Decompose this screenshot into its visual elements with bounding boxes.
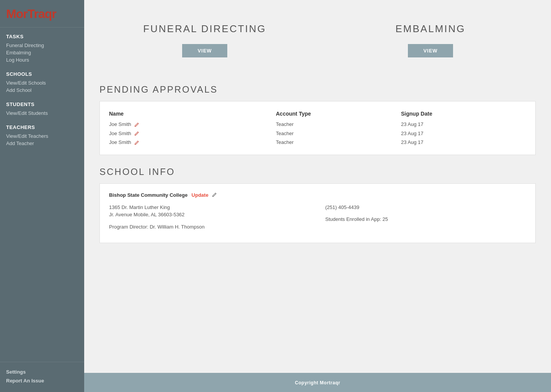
- sidebar-item-funeral-directing[interactable]: Funeral Directing: [6, 42, 78, 49]
- embalming-title: EMBALMING: [395, 23, 465, 35]
- pending-approvals-table-container: Name Account Type Signup Date Joe Smith …: [99, 101, 536, 155]
- approval-name-0: Joe Smith: [109, 120, 276, 129]
- embalming-view-button[interactable]: VIEW: [408, 44, 453, 57]
- sidebar-item-add-teacher[interactable]: Add Teacher: [6, 140, 78, 147]
- funeral-directing-title: FUNERAL DIRECTING: [143, 23, 266, 35]
- pending-approvals-title: PENDING APPROVALS: [99, 84, 536, 95]
- table-header-row: Name Account Type Signup Date: [109, 109, 526, 120]
- approval-type-0: Teacher: [276, 120, 401, 129]
- sidebar: MorTraqr TASKS Funeral Directing Embalmi…: [0, 0, 84, 392]
- tasks-section: TASKS Funeral Directing Embalming Log Ho…: [0, 28, 84, 65]
- schools-section: SCHOOLS View/Edit Schools Add School: [0, 65, 84, 95]
- logo-area: MorTraqr: [0, 0, 84, 28]
- sidebar-item-embalming[interactable]: Embalming: [6, 49, 78, 56]
- school-address: 1365 Dr. Martin Luther King Jr. Avenue M…: [109, 204, 310, 219]
- copyright-text: Copyright Mortraqr: [295, 380, 340, 385]
- approval-date-2: 23 Aug 17: [401, 138, 526, 147]
- approval-type-1: Teacher: [276, 129, 401, 138]
- sidebar-item-log-hours[interactable]: Log Hours: [6, 56, 78, 64]
- update-link[interactable]: Update: [192, 192, 209, 198]
- embalming-card: EMBALMING VIEW: [325, 11, 536, 69]
- footer: Copyright Mortraqr: [84, 373, 551, 392]
- table-row: Joe Smith Teacher 23 Aug 17: [109, 129, 526, 138]
- school-students-enrolled: Students Enrolled in App: 25: [325, 216, 526, 223]
- main-content-area: FUNERAL DIRECTING VIEW EMBALMING VIEW PE…: [84, 0, 551, 392]
- app-logo: MorTraqr: [6, 7, 78, 21]
- edit-pencil-icon[interactable]: [134, 122, 139, 127]
- school-info-box: Bishop State Community College Update 13…: [99, 183, 536, 243]
- col-header-signup-date: Signup Date: [401, 109, 526, 120]
- sidebar-item-view-edit-students[interactable]: View/Edit Students: [6, 109, 78, 117]
- school-name-row: Bishop State Community College Update: [109, 191, 526, 198]
- col-header-account-type: Account Type: [276, 109, 401, 120]
- school-program-director: Program Director: Dr. William H. Thompso…: [109, 223, 310, 231]
- approval-name-2: Joe Smith: [109, 138, 276, 147]
- edit-pencil-icon[interactable]: [212, 192, 217, 198]
- logo-prefix: Mor: [6, 7, 28, 21]
- approval-date-0: 23 Aug 17: [401, 120, 526, 129]
- edit-pencil-icon[interactable]: [134, 131, 139, 136]
- students-heading: STUDENTS: [6, 101, 78, 107]
- sidebar-bottom: Settings Report An Issue: [0, 362, 84, 392]
- approvals-tbody: Joe Smith Teacher 23 Aug 17 Joe Smith Te…: [109, 120, 526, 147]
- settings-link[interactable]: Settings: [6, 368, 78, 376]
- report-issue-link[interactable]: Report An Issue: [6, 377, 78, 384]
- table-row: Joe Smith Teacher 23 Aug 17: [109, 120, 526, 129]
- school-info-title: SCHOOL INFO: [99, 167, 536, 177]
- sidebar-item-view-edit-schools[interactable]: View/Edit Schools: [6, 79, 78, 87]
- teachers-section: TEACHERS View/Edit Teachers Add Teacher: [0, 118, 84, 149]
- school-detail-col-right: (251) 405-4439 Students Enrolled in App:…: [325, 204, 526, 235]
- approval-date-1: 23 Aug 17: [401, 129, 526, 138]
- school-detail-col-left: 1365 Dr. Martin Luther King Jr. Avenue M…: [109, 204, 310, 235]
- schools-heading: SCHOOLS: [6, 71, 78, 77]
- edit-pencil-icon[interactable]: [134, 140, 139, 145]
- approvals-table: Name Account Type Signup Date Joe Smith …: [109, 109, 526, 147]
- main-content: FUNERAL DIRECTING VIEW EMBALMING VIEW PE…: [84, 0, 551, 373]
- col-header-name: Name: [109, 109, 276, 120]
- approval-name-1: Joe Smith: [109, 129, 276, 138]
- logo-suffix: Traqr: [28, 7, 56, 21]
- teachers-heading: TEACHERS: [6, 124, 78, 130]
- sidebar-item-add-school[interactable]: Add School: [6, 87, 78, 94]
- school-name: Bishop State Community College: [109, 192, 187, 198]
- funeral-directing-view-button[interactable]: VIEW: [182, 44, 227, 57]
- students-section: STUDENTS View/Edit Students: [0, 95, 84, 118]
- table-row: Joe Smith Teacher 23 Aug 17: [109, 138, 526, 147]
- school-phone: (251) 405-4439: [325, 204, 526, 211]
- cards-row: FUNERAL DIRECTING VIEW EMBALMING VIEW: [99, 11, 536, 69]
- sidebar-item-view-edit-teachers[interactable]: View/Edit Teachers: [6, 132, 78, 140]
- tasks-heading: TASKS: [6, 34, 78, 39]
- funeral-directing-card: FUNERAL DIRECTING VIEW: [99, 11, 310, 69]
- approval-type-2: Teacher: [276, 138, 401, 147]
- school-details: 1365 Dr. Martin Luther King Jr. Avenue M…: [109, 204, 526, 235]
